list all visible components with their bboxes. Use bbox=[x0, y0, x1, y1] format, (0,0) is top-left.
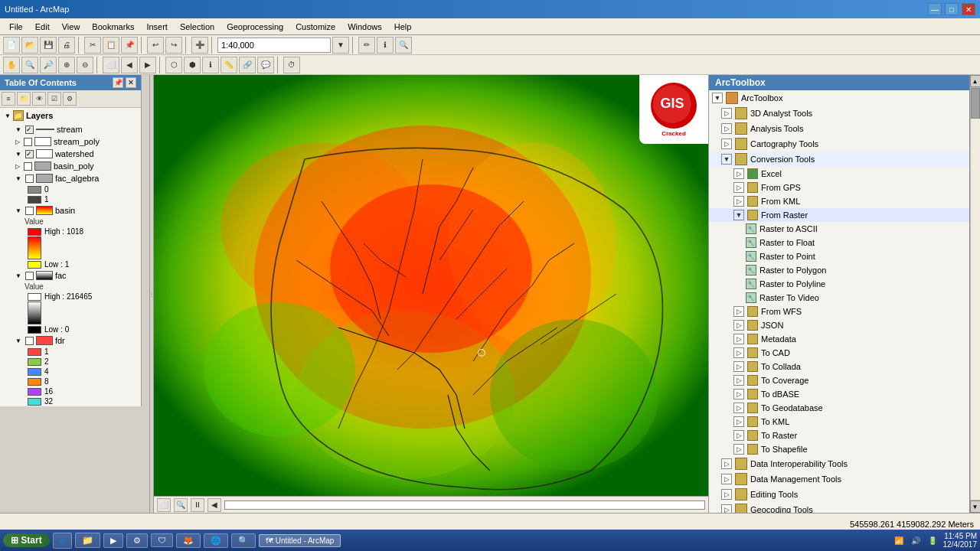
basin-poly-checkbox[interactable] bbox=[24, 162, 32, 171]
3d-expand[interactable]: ▷ bbox=[721, 108, 732, 119]
tool-raster-to-polyline[interactable]: 🔧 Raster to Polyline bbox=[709, 277, 969, 291]
layer-watershed[interactable]: ▼ ✓ watershed bbox=[0, 148, 141, 160]
toolbox-conversion[interactable]: ▼ Conversion Tools bbox=[709, 152, 969, 167]
toc-list-by-selection[interactable]: ☑ bbox=[47, 92, 61, 106]
add-data-btn[interactable]: ➕ bbox=[191, 37, 208, 54]
json-expand[interactable]: ▷ bbox=[733, 320, 744, 331]
hyperlink-btn[interactable]: 🔗 bbox=[239, 57, 256, 73]
start-button[interactable]: ⊞ Start bbox=[3, 533, 50, 547]
excel-expand[interactable]: ▷ bbox=[733, 168, 744, 179]
toc-options[interactable]: ⚙ bbox=[63, 92, 77, 106]
taskbar-windows-update[interactable]: 🛡 bbox=[151, 533, 173, 547]
toolbox-to-dbase[interactable]: ▷ To dBASE bbox=[709, 387, 969, 401]
fdr-checkbox[interactable] bbox=[25, 337, 34, 345]
find-btn[interactable]: 🔍 bbox=[395, 37, 412, 54]
menu-insert[interactable]: Insert bbox=[140, 21, 174, 33]
layer-stream[interactable]: ▼ ✓ stream bbox=[0, 123, 141, 135]
analysis-expand[interactable]: ▷ bbox=[721, 123, 732, 134]
menu-customize[interactable]: Customize bbox=[289, 21, 341, 33]
prev-extent-btn[interactable]: ◀ bbox=[121, 57, 138, 73]
html-popup-btn[interactable]: 💬 bbox=[257, 57, 274, 73]
taskbar-media-player[interactable]: ▶ bbox=[103, 533, 123, 548]
toolbox-to-geodatabase[interactable]: ▷ To Geodatabase bbox=[709, 401, 969, 415]
scroll-track[interactable] bbox=[970, 87, 981, 500]
geocoding-expand[interactable]: ▷ bbox=[721, 504, 732, 513]
toc-list-by-drawing-order[interactable]: ≡ bbox=[2, 92, 15, 106]
map-nav-zoom[interactable]: 🔍 bbox=[174, 498, 188, 512]
identify-btn[interactable]: ℹ bbox=[377, 37, 394, 54]
scale-dropdown[interactable]: ▼ bbox=[332, 37, 349, 54]
toolbox-from-kml[interactable]: ▷ From KML bbox=[709, 194, 969, 208]
data-interop-expand[interactable]: ▷ bbox=[721, 458, 732, 469]
from-raster-expand[interactable]: ▼ bbox=[733, 210, 744, 220]
watershed-checkbox[interactable]: ✓ bbox=[25, 150, 34, 158]
arcToolbox-scroll[interactable]: ▼ ArcToolbox ▷ 3D Analyst Tools ▷ Analys… bbox=[709, 90, 969, 513]
taskbar-arcmap[interactable]: 🗺 Untitled - ArcMap bbox=[259, 534, 341, 547]
map-nav-overview[interactable]: ⬜ bbox=[157, 498, 171, 512]
save-btn[interactable]: 💾 bbox=[40, 37, 57, 54]
menu-windows[interactable]: Windows bbox=[341, 21, 388, 33]
editor-btn[interactable]: ✏ bbox=[358, 37, 375, 54]
data-mgmt-expand[interactable]: ▷ bbox=[721, 474, 732, 484]
fac-checkbox[interactable] bbox=[25, 272, 34, 280]
map-nav-back[interactable]: ◀ bbox=[207, 498, 221, 512]
to-collada-expand[interactable]: ▷ bbox=[733, 361, 744, 372]
toc-close-btn[interactable]: ✕ bbox=[126, 77, 136, 88]
scroll-thumb[interactable] bbox=[971, 88, 980, 119]
toc-list-by-visibility[interactable]: 👁 bbox=[32, 92, 46, 106]
minimize-button[interactable]: — bbox=[928, 3, 942, 15]
to-dbase-expand[interactable]: ▷ bbox=[733, 389, 744, 399]
taskbar-file-explorer[interactable]: 📁 bbox=[75, 533, 100, 548]
toolbox-to-shapefile[interactable]: ▷ To Shapefile bbox=[709, 442, 969, 456]
menu-file[interactable]: File bbox=[3, 21, 29, 33]
map-area[interactable]: GIS Cracked bbox=[154, 75, 708, 496]
menu-geoprocessing[interactable]: Geoprocessing bbox=[220, 21, 289, 33]
select-features-btn[interactable]: ⬡ bbox=[165, 57, 182, 73]
cartography-expand[interactable]: ▷ bbox=[721, 139, 732, 149]
toolbox-to-collada[interactable]: ▷ To Collada bbox=[709, 360, 969, 373]
time-slider-btn[interactable]: ⏱ bbox=[283, 57, 300, 73]
from-gps-expand[interactable]: ▷ bbox=[733, 182, 744, 193]
next-extent-btn[interactable]: ▶ bbox=[139, 57, 156, 73]
identify-tool-btn[interactable]: ℹ bbox=[202, 57, 219, 73]
copy-btn[interactable]: 📋 bbox=[103, 37, 119, 54]
metadata-expand[interactable]: ▷ bbox=[733, 334, 744, 344]
full-extent-btn[interactable]: ⬜ bbox=[103, 57, 119, 73]
toolbox-to-cad[interactable]: ▷ To CAD bbox=[709, 346, 969, 360]
fac-algebra-checkbox[interactable] bbox=[25, 174, 34, 183]
taskbar-magnifier[interactable]: 🔍 bbox=[231, 533, 256, 548]
taskbar-firefox[interactable]: 🦊 bbox=[176, 533, 201, 548]
arcToolbox-root-expand[interactable]: ▼ bbox=[712, 93, 723, 103]
to-raster-expand[interactable]: ▷ bbox=[733, 430, 744, 441]
zoom-out-btn[interactable]: 🔎 bbox=[40, 57, 57, 73]
basin-checkbox[interactable] bbox=[25, 207, 34, 215]
toolbox-from-raster[interactable]: ▼ From Raster bbox=[709, 208, 969, 222]
print-btn[interactable]: 🖨 bbox=[58, 37, 75, 54]
from-kml-expand[interactable]: ▷ bbox=[733, 196, 744, 207]
to-coverage-expand[interactable]: ▷ bbox=[733, 375, 744, 386]
layer-basin[interactable]: ▼ basin bbox=[0, 204, 141, 217]
open-btn[interactable]: 📂 bbox=[21, 37, 38, 54]
scroll-up-arrow[interactable]: ▲ bbox=[970, 75, 981, 87]
tool-raster-to-ascii[interactable]: 🔧 Raster to ASCII bbox=[709, 222, 969, 236]
pan-btn[interactable]: ✋ bbox=[3, 57, 20, 73]
taskbar-control-panel[interactable]: ⚙ bbox=[126, 533, 148, 548]
toolbox-data-mgmt[interactable]: ▷ Data Management Tools bbox=[709, 471, 969, 487]
toc-list-by-source[interactable]: 📁 bbox=[17, 92, 31, 106]
to-kml-expand[interactable]: ▷ bbox=[733, 416, 744, 427]
new-btn[interactable]: 📄 bbox=[3, 37, 20, 54]
toolbox-json[interactable]: ▷ JSON bbox=[709, 318, 969, 332]
editing-expand[interactable]: ▷ bbox=[721, 489, 732, 500]
undo-btn[interactable]: ↩ bbox=[147, 37, 164, 54]
menu-selection[interactable]: Selection bbox=[174, 21, 220, 33]
toolbox-to-coverage[interactable]: ▷ To Coverage bbox=[709, 373, 969, 387]
taskbar-ie[interactable]: e bbox=[53, 533, 72, 549]
measure-btn[interactable]: 📏 bbox=[220, 57, 237, 73]
paste-btn[interactable]: 📌 bbox=[121, 37, 138, 54]
toolbox-cartography[interactable]: ▷ Cartography Tools bbox=[709, 136, 969, 152]
to-geodatabase-expand[interactable]: ▷ bbox=[733, 403, 744, 413]
toolbox-data-interop[interactable]: ▷ Data Interoperability Tools bbox=[709, 456, 969, 471]
to-cad-expand[interactable]: ▷ bbox=[733, 347, 744, 358]
layer-fdr[interactable]: ▼ fdr bbox=[0, 334, 141, 347]
from-wfs-expand[interactable]: ▷ bbox=[733, 306, 744, 317]
